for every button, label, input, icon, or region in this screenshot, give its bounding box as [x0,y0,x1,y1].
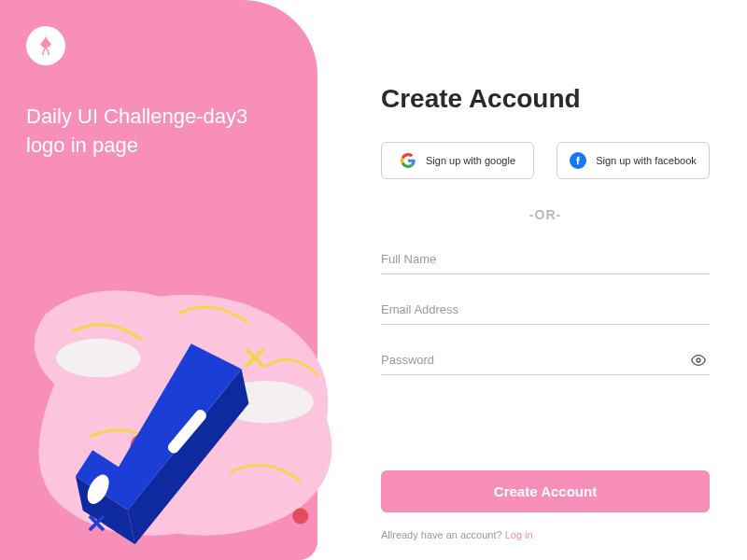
right-panel: Create Accound Sign up with google [317,0,747,560]
facebook-label: Sign up with facebook [596,155,697,166]
footer-prompt: Allready have an account? [381,529,505,540]
facebook-signup-button[interactable]: Sign up with facebook [557,142,710,179]
google-signup-button[interactable]: Sign up with google [381,142,534,179]
login-link[interactable]: Log in [505,529,533,540]
password-field [381,345,710,375]
fullname-field [381,245,710,274]
svg-point-0 [56,339,140,377]
fullname-input[interactable] [381,245,710,274]
page-title: Create Accound [381,84,710,114]
eye-icon[interactable] [691,353,706,371]
logo [26,26,65,65]
google-label: Sign up with google [426,155,515,166]
checkmark-illustration [0,261,355,560]
title-line2: logo in page [26,132,291,161]
divider: -OR- [381,207,710,222]
email-input[interactable] [381,295,710,325]
facebook-icon [570,152,586,169]
google-icon [400,152,416,169]
email-field [381,295,710,325]
leaf-icon [35,35,57,57]
left-panel: Daily UI Challenge-day3 logo in page [0,0,317,560]
footer-text: Allready have an account? Log in [381,529,710,540]
create-account-button[interactable]: Create Account [381,470,710,512]
title-line1: Daily UI Challenge-day3 [26,103,291,132]
svg-point-10 [697,358,700,362]
social-row: Sign up with google Sign up with faceboo… [381,142,710,179]
password-input[interactable] [381,345,710,375]
left-title: Daily UI Challenge-day3 logo in page [26,103,291,161]
svg-point-3 [292,508,308,524]
